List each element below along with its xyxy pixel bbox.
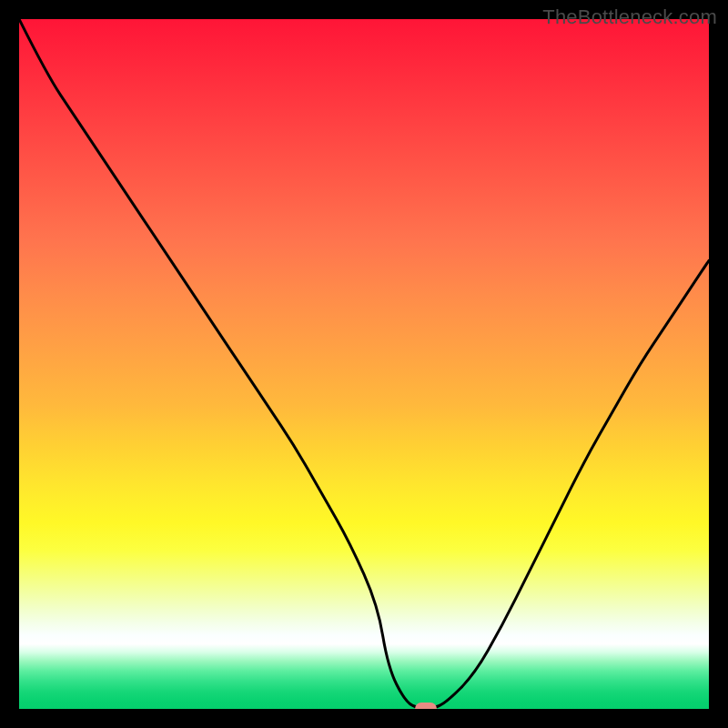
plot-area <box>19 19 709 709</box>
optimal-point-marker <box>415 703 437 709</box>
bottleneck-curve-svg <box>19 19 709 709</box>
chart-frame: TheBottleneck.com <box>0 0 728 728</box>
watermark-text: TheBottleneck.com <box>542 5 717 29</box>
bottleneck-curve-path <box>19 19 709 709</box>
